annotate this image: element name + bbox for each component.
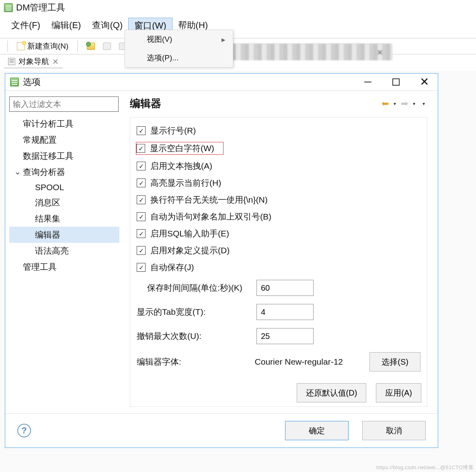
save-interval-label: 保存时间间隔(单位:秒)(K) <box>137 282 251 293</box>
save-button[interactable] <box>101 42 113 51</box>
select-font-button[interactable]: 选择(S) <box>369 352 421 371</box>
menu-item-options[interactable]: 选项(P)... <box>125 49 233 67</box>
maximize-icon <box>392 78 400 86</box>
cancel-button[interactable]: 取消 <box>362 421 426 440</box>
watermark: https://blog.csdn.net/wei...@51CTO博客 <box>376 464 474 471</box>
tab-width-input[interactable] <box>256 304 314 320</box>
dialog-body: 审计分析工具 常规配置 数据迁移工具 ⌄查询分析器 SPOOL 消息区 结果集 … <box>5 90 438 413</box>
minimize-button[interactable] <box>360 76 376 88</box>
tree-item-analyzer[interactable]: ⌄查询分析器 <box>9 164 119 180</box>
check-obj-def[interactable]: ✓启用对象定义提示(D) <box>136 242 421 259</box>
apply-button[interactable]: 应用(A) <box>376 383 421 402</box>
close-icon[interactable]: ✕ <box>52 57 59 66</box>
tab-width-label: 显示的Tab宽度(T): <box>137 306 251 318</box>
options-dialog: 选项 ✕ 审计分析工具 常规配置 数据迁移工具 ⌄查询分析器 SPOOL 消息区… <box>5 73 438 448</box>
object-nav-icon <box>8 58 15 65</box>
disk-icon <box>103 43 111 50</box>
chevron-right-icon: ▸ <box>222 35 226 44</box>
menu-item-view-label: 视图(V) <box>147 34 172 45</box>
folder-open-icon <box>87 43 95 50</box>
checkbox-icon: ✓ <box>137 179 146 187</box>
dialog-titlebar: 选项 ✕ <box>5 74 438 90</box>
tree-item-msg[interactable]: 消息区 <box>9 195 119 211</box>
dialog-sidebar: 审计分析工具 常规配置 数据迁移工具 ⌄查询分析器 SPOOL 消息区 结果集 … <box>5 91 123 413</box>
tree-item-syntax[interactable]: 语法高亮 <box>9 243 119 259</box>
menu-item-view[interactable]: 视图(V) ▸ <box>125 30 233 49</box>
blurred-tab: ✕ <box>232 43 392 60</box>
menu-edit[interactable]: 编辑(E) <box>46 18 86 34</box>
window-menu-dropdown: 视图(V) ▸ 选项(P)... <box>125 30 233 68</box>
checkbox-icon: ✓ <box>137 212 146 221</box>
field-save-interval: 保存时间间隔(单位:秒)(K) <box>136 276 421 300</box>
menu-file[interactable]: 文件(F) <box>6 18 46 34</box>
checkbox-icon: ✓ <box>136 144 145 153</box>
toolbar-separator <box>77 41 78 52</box>
tree-item-migrate[interactable]: 数据迁移工具 <box>9 148 119 164</box>
dropdown-triangle-icon[interactable]: ▾ <box>413 101 415 107</box>
section-title: 编辑器 <box>130 96 161 111</box>
new-query-label: 新建查询(N) <box>27 41 68 51</box>
field-tab-width: 显示的Tab宽度(T): <box>136 300 421 324</box>
check-quotes[interactable]: ✓自动为语句对象名加上双引号(B) <box>136 208 421 225</box>
font-label: 编辑器字体: <box>137 356 249 367</box>
check-autosave[interactable]: ✓自动保存(J) <box>136 259 421 276</box>
field-undo-max: 撤销最大次数(U): <box>136 324 421 348</box>
tree-item-manage[interactable]: 管理工具 <box>9 259 119 275</box>
checkbox-icon: ✓ <box>137 195 146 204</box>
forward-arrow-icon[interactable]: ➡ <box>401 99 408 109</box>
settings-tree: 审计分析工具 常规配置 数据迁移工具 ⌄查询分析器 SPOOL 消息区 结果集 … <box>9 116 119 275</box>
main-window-titlebar: DM管理工具 <box>0 0 476 16</box>
checkbox-icon: ✓ <box>137 246 146 255</box>
caret-down-icon: ⌄ <box>14 167 21 176</box>
checkbox-icon: ✓ <box>137 126 146 135</box>
menu-triangle-icon[interactable]: ▾ <box>423 101 425 107</box>
toolbar-separator <box>7 41 8 52</box>
save-interval-input[interactable] <box>256 280 314 296</box>
checkbox-icon: ✓ <box>137 263 146 272</box>
field-font: 编辑器字体: Courier New-regular-12 选择(S) <box>136 348 421 376</box>
new-query-icon <box>17 42 25 50</box>
dialog-main: 编辑器 ⬅▾ ➡▾ ▾ ✓显示行号(R) ✓显示空白字符(W) ✓启用文本拖拽(… <box>123 91 438 413</box>
dialog-icon <box>10 78 19 86</box>
restore-defaults-button[interactable]: 还原默认值(D) <box>297 383 367 402</box>
tree-item-result[interactable]: 结果集 <box>9 211 119 227</box>
close-button[interactable]: ✕ <box>416 76 432 88</box>
undo-max-input[interactable] <box>256 328 314 344</box>
app-title: DM管理工具 <box>16 2 65 14</box>
dialog-footer: ? 确定 取消 <box>5 413 438 447</box>
close-icon[interactable]: ✕ <box>377 48 383 57</box>
options-area: ✓显示行号(R) ✓显示空白字符(W) ✓启用文本拖拽(A) ✓高亮显示当前行(… <box>130 117 427 407</box>
help-icon[interactable]: ? <box>17 424 31 437</box>
close-icon: ✕ <box>420 78 429 86</box>
check-drag[interactable]: ✓启用文本拖拽(A) <box>136 158 421 174</box>
dialog-title: 选项 <box>23 76 41 88</box>
checkbox-icon: ✓ <box>137 162 146 170</box>
window-buttons: ✕ <box>360 76 432 88</box>
check-highlight[interactable]: ✓高亮显示当前行(H) <box>136 174 421 191</box>
tree-item-editor[interactable]: 编辑器 <box>9 227 119 243</box>
filter-input[interactable] <box>9 96 119 112</box>
check-line-number[interactable]: ✓显示行号(R) <box>136 122 421 139</box>
font-value: Courier New-regular-12 <box>255 357 364 367</box>
maximize-button[interactable] <box>388 76 404 88</box>
check-newline[interactable]: ✓换行符平台无关统一使用{\n}(N) <box>136 191 421 208</box>
app-icon <box>4 3 13 12</box>
check-whitespace[interactable]: ✓显示空白字符(W) <box>136 139 421 158</box>
checkbox-icon: ✓ <box>137 229 146 238</box>
back-arrow-icon[interactable]: ⬅ <box>382 99 389 109</box>
tree-item-audit[interactable]: 审计分析工具 <box>9 116 119 132</box>
menu-query[interactable]: 查询(Q) <box>86 18 128 34</box>
menu-bar: 文件(F) 编辑(E) 查询(Q) 窗口(W) 帮助(H) <box>0 16 476 38</box>
new-query-button[interactable]: 新建查询(N) <box>14 40 71 52</box>
check-sql-assist[interactable]: ✓启用SQL输入助手(E) <box>136 225 421 242</box>
minimize-icon <box>364 82 371 82</box>
tab-object-nav[interactable]: 对象导航 ✕ <box>4 55 63 68</box>
undo-max-label: 撤销最大次数(U): <box>137 330 251 342</box>
nav-arrows: ⬅▾ ➡▾ ▾ <box>382 99 427 109</box>
tree-item-spool[interactable]: SPOOL <box>9 180 119 195</box>
tab-object-nav-label: 对象导航 <box>18 56 49 67</box>
open-button[interactable] <box>84 42 97 51</box>
dropdown-triangle-icon[interactable]: ▾ <box>394 101 396 107</box>
ok-button[interactable]: 确定 <box>285 421 349 440</box>
tree-item-general[interactable]: 常规配置 <box>9 132 119 148</box>
